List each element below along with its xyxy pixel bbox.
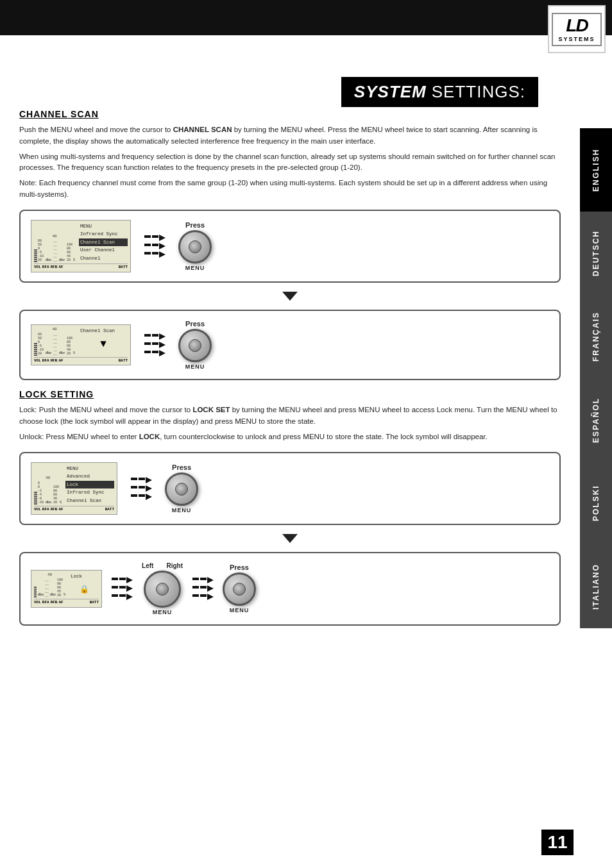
left-label: Left [142,562,153,569]
lcd-menu-item-userchannel: User Channel [79,246,128,255]
lcd-menu-cs1: MENU Infrared Sync Channel Scan User Cha… [76,222,128,263]
menu-wheel-inner-lock2 [233,583,246,596]
between-arrow-cs [19,292,561,301]
menu-label-cs2: MENU [185,363,205,370]
lcd-menu-lock1-channelscan: Channel Scan [65,497,114,505]
lcd-menu-cs2: Channel Scan ▼ [76,327,128,356]
language-tabs: ENGLISH DEUTSCH FRANÇAIS ESPAÑOL POLSKI … [580,128,612,628]
title-system: SYSTEM [354,82,427,102]
press-label-cs2: Press [185,320,205,328]
lock-setting-heading: LOCK SETTING [19,389,561,399]
menu-wheel-lock2-wheel [223,572,256,606]
lr-wheel-inner [156,583,169,596]
lcd-container-cs1: 40 [31,220,131,272]
press-label-lock1: Press [172,463,191,471]
lcd-menu-lock2-lock: Lock [69,572,99,581]
lock-setting-section: LOCK SETTING Lock: Push the MENU wheel a… [19,389,561,626]
lr-wheel [144,571,181,608]
lcd-menu-lock1-infrared: Infrared Sync [65,488,114,497]
lcd-bottom-lock2: VOL RFA RFB AF BATT [34,599,99,605]
channel-scan-diagram1: 40 [19,210,561,283]
lcd-menu-lock1-advanced: Advanced [65,472,114,481]
lcd-display-cs1: 40 [31,220,131,272]
menu-wheel-lock1-wheel [165,472,198,506]
channel-scan-diagram2: 40 [19,310,561,380]
lcd-menu-item-channelscan: Channel Scan [79,238,128,247]
lock-diagram2: 40 dbu [19,552,561,626]
lcd-bottom-cs2: VOL RFA RFB AF BATT [34,357,128,363]
lang-tab-italiano[interactable]: ITALIANO [580,545,612,628]
main-content: CHANNEL SCAN Push the MENU wheel and mov… [19,109,567,635]
menu-wheel-cs1-wheel [178,230,212,263]
h-arrows-cs2 [144,333,166,356]
title-settings: SETTINGS: [432,82,525,102]
menu-label-lock2: MENU [230,607,250,613]
channel-scan-heading: CHANNEL SCAN [19,109,561,119]
lr-menu-label: MENU [153,609,173,615]
lcd-container-lock2: 40 dbu [31,570,102,608]
menu-wheel-lock2: Press MENU [223,563,256,613]
lock-setting-text1: Lock: Push the MENU wheel and move the c… [19,405,561,428]
right-label: Right [166,562,183,569]
lang-tab-polski[interactable]: POLSKI [580,462,612,545]
lcd-menu-lock1-lock: Lock [65,481,114,489]
lcd-bottom-cs1: VOL RFA RFB AF BATT [34,263,128,270]
channel-scan-text3: Note: Each frequency channel must come f… [19,178,561,201]
lcd-menu-lock1-menu: MENU [65,465,114,473]
between-arrow-lock [19,534,561,543]
menu-wheel-cs2: Press MENU [178,320,212,370]
h-arrows-lock1 [130,477,152,500]
menu-wheel-cs1: Press MENU [178,221,212,271]
menu-label-lock1: MENU [172,507,192,513]
lcd-menu-item-menu: MENU [79,222,128,231]
lcd-bottom-lock1: VOL RFA RFB AF BATT [34,506,114,512]
h-arrows-lock2a [111,577,133,600]
lock-setting-text2: Unlock: Press MENU wheel to enter LOCK, … [19,431,561,443]
lang-tab-english[interactable]: ENGLISH [580,128,612,212]
h-arrows-cs1 [144,235,166,258]
lcd-display-cs2: 40 [31,324,131,366]
lcd-container-lock1: 40 [31,462,117,515]
lang-tab-francais[interactable]: FRANÇAIS [580,295,612,378]
lcd-menu-lock2: Lock 🔒 [67,572,99,597]
menu-wheel-inner-lock1 [175,483,188,496]
down-triangle-lock [282,534,298,543]
lcd-menu-item-channel: Channel [79,255,128,263]
lcd-menu-item-cs2-channelscan: Channel Scan [79,327,128,335]
menu-wheel-inner-cs2 [189,339,201,352]
lcd-menu-item-infrared: Infrared Sync [79,230,128,238]
channel-scan-text2: When using multi-systems and frequency s… [19,151,561,174]
lcd-display-lock2: 40 dbu [31,570,102,608]
lock-diagram1: 40 [19,452,561,525]
lr-labels-row: Left Right [142,562,183,569]
channel-scan-section: CHANNEL SCAN Push the MENU wheel and mov… [19,109,561,380]
lr-wheel-container: Left Right MENU [142,562,183,615]
press-label-lock2: Press [230,563,249,571]
menu-label-cs1: MENU [185,265,205,271]
menu-wheel-cs2-wheel [178,329,212,362]
lcd-container-cs2: 40 [31,324,131,366]
lang-tab-deutsch[interactable]: DEUTSCH [580,212,612,295]
title-bar: SYSTEM SETTINGS: [341,77,538,107]
page-number: 11 [541,830,574,855]
lcd-menu-lock1: MENU Advanced Lock Infrared Sync Channel… [63,465,114,505]
top-bar [0,0,612,35]
down-triangle-cs [282,292,298,301]
menu-wheel-lock1: Press MENU [165,463,198,513]
press-label-cs1: Press [185,221,205,229]
logo-ld: LD [558,17,595,35]
lang-tab-espanol[interactable]: ESPAÑOL [580,378,612,462]
h-arrows-lock2b [192,577,214,600]
menu-wheel-inner-cs1 [189,240,201,253]
channel-scan-text1: Push the MENU wheel and move the cursor … [19,124,561,147]
lcd-display-lock1: 40 [31,462,117,515]
logo-area: LD SYSTEMS [548,5,606,53]
logo-border: LD SYSTEMS [552,13,601,46]
logo-systems: SYSTEMS [558,36,595,42]
